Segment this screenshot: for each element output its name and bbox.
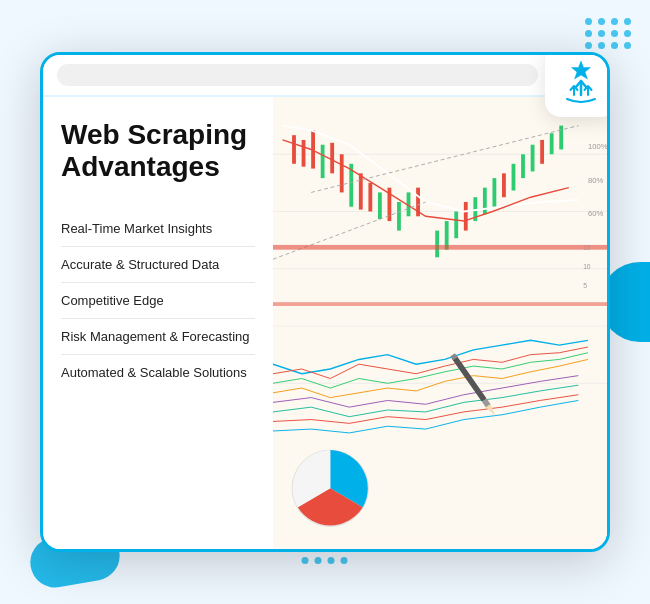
decorative-dots-top-right bbox=[585, 18, 632, 49]
svg-rect-18 bbox=[340, 154, 344, 192]
svg-rect-40 bbox=[559, 126, 563, 150]
svg-text:5: 5 bbox=[583, 282, 587, 289]
browser-toolbar bbox=[43, 55, 607, 97]
svg-rect-39 bbox=[550, 133, 554, 154]
svg-rect-37 bbox=[531, 145, 535, 172]
svg-rect-35 bbox=[512, 164, 516, 191]
browser-window: Web Scraping Advantages Real-Time Market… bbox=[40, 52, 610, 552]
svg-rect-36 bbox=[521, 154, 525, 178]
svg-text:15: 15 bbox=[583, 244, 591, 251]
svg-rect-38 bbox=[540, 140, 544, 164]
svg-rect-13 bbox=[292, 135, 296, 164]
svg-rect-43 bbox=[273, 245, 607, 250]
svg-rect-44 bbox=[273, 302, 607, 306]
svg-text:100%: 100% bbox=[588, 142, 607, 151]
list-item: Real-Time Market Insights bbox=[61, 211, 255, 247]
svg-rect-20 bbox=[359, 173, 363, 209]
svg-rect-32 bbox=[483, 188, 487, 215]
svg-rect-30 bbox=[464, 202, 468, 231]
title-line2: Advantages bbox=[61, 151, 220, 182]
stock-chart-svg: 100% 80% 60% bbox=[273, 97, 607, 536]
svg-rect-14 bbox=[302, 140, 306, 167]
svg-rect-24 bbox=[397, 202, 401, 231]
list-item: Competitive Edge bbox=[61, 283, 255, 319]
svg-rect-33 bbox=[492, 178, 496, 207]
main-title: Web Scraping Advantages bbox=[61, 119, 255, 183]
address-bar[interactable] bbox=[57, 64, 538, 86]
svg-rect-17 bbox=[330, 143, 334, 174]
svg-text:80%: 80% bbox=[588, 176, 603, 185]
svg-marker-0 bbox=[572, 61, 591, 79]
left-panel: Web Scraping Advantages Real-Time Market… bbox=[43, 97, 273, 549]
svg-rect-29 bbox=[454, 212, 458, 239]
svg-rect-16 bbox=[321, 145, 325, 178]
icon-badge bbox=[545, 52, 610, 117]
svg-rect-27 bbox=[435, 231, 439, 258]
svg-rect-34 bbox=[502, 173, 506, 197]
chart-panel: 100% 80% 60% bbox=[273, 97, 607, 549]
svg-rect-22 bbox=[378, 192, 382, 219]
svg-rect-21 bbox=[368, 183, 372, 212]
browser-content: Web Scraping Advantages Real-Time Market… bbox=[43, 97, 607, 549]
advantage-list: Real-Time Market Insights Accurate & Str… bbox=[61, 211, 255, 390]
svg-text:60%: 60% bbox=[588, 209, 603, 218]
title-line1: Web Scraping bbox=[61, 119, 247, 150]
list-item: Accurate & Structured Data bbox=[61, 247, 255, 283]
list-item: Automated & Scalable Solutions bbox=[61, 355, 255, 390]
list-item: Risk Management & Forecasting bbox=[61, 319, 255, 355]
svg-text:10: 10 bbox=[583, 263, 591, 270]
